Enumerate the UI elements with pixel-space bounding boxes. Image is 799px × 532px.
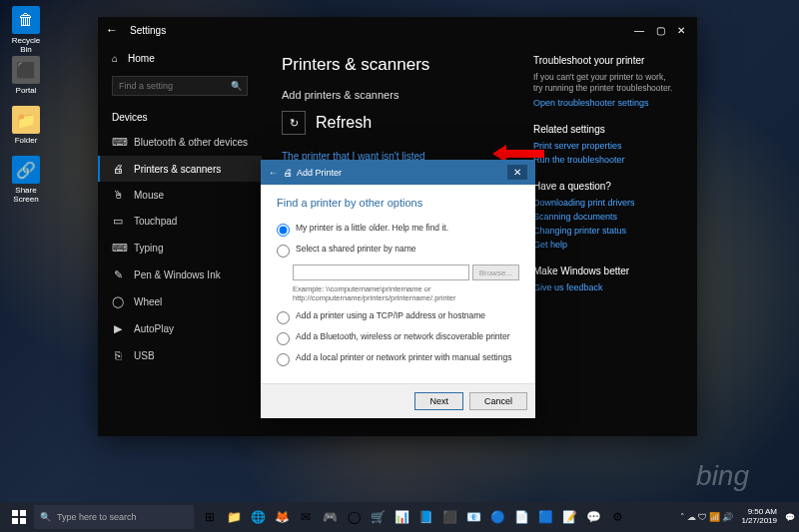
taskbar-apps: ⊞ 📁 🌐 🦊 ✉ 🎮 ◯ 🛒 📊 📘 ⬛ 📧 🔵 📄 🟦 📝 💬 ⚙: [198, 502, 629, 532]
pen-icon: ✎: [112, 268, 124, 281]
desktop-icon-share[interactable]: 🔗Share Screen: [6, 156, 46, 204]
tray-icon[interactable]: 🔊: [722, 512, 733, 522]
related-link-1[interactable]: Print server properties: [533, 141, 677, 151]
app-icon[interactable]: 📁: [222, 502, 246, 532]
page-title: Printers & scanners: [282, 55, 519, 75]
search-icon: 🔍: [231, 81, 242, 91]
back-arrow-icon[interactable]: ←: [269, 168, 278, 178]
svg-rect-2: [20, 510, 26, 516]
sidebar-item-autoplay[interactable]: ▶AutoPlay: [98, 315, 262, 342]
window-title: Settings: [130, 25, 166, 36]
radio-local[interactable]: [277, 353, 290, 366]
option-bluetooth[interactable]: Add a Bluetooth, wireless or network dis…: [277, 331, 519, 345]
sidebar-item-touchpad[interactable]: ▭Touchpad: [98, 208, 262, 235]
home-icon: ⌂: [112, 53, 118, 64]
tray-icon[interactable]: 🛡: [698, 512, 707, 522]
radio-shared[interactable]: [277, 245, 290, 258]
taskbar-search[interactable]: 🔍 Type here to search: [34, 505, 194, 529]
windows-icon: [12, 510, 26, 524]
task-view-icon[interactable]: ⊞: [198, 502, 222, 532]
printer-icon: 🖨: [112, 163, 124, 175]
tray-icon[interactable]: ☁: [687, 512, 696, 522]
search-placeholder: Type here to search: [57, 512, 137, 522]
app-icon[interactable]: 🟦: [533, 502, 557, 532]
sidebar-item-typing[interactable]: ⌨Typing: [98, 235, 262, 262]
shared-printer-input[interactable]: [293, 265, 469, 280]
sidebar-section: Devices: [98, 106, 262, 129]
wheel-icon: ◯: [112, 295, 124, 308]
sidebar-item-mouse[interactable]: 🖱Mouse: [98, 182, 262, 208]
question-link-1[interactable]: Downloading print drivers: [533, 198, 677, 208]
titlebar: ← Settings — ▢ ✕: [98, 17, 697, 43]
refresh-label: Refresh: [316, 114, 372, 132]
usb-icon: ⎘: [112, 349, 124, 361]
sidebar-search[interactable]: 🔍: [112, 76, 248, 96]
start-button[interactable]: [4, 502, 34, 532]
svg-rect-1: [12, 510, 18, 516]
troubleshoot-text: If you can't get your printer to work, t…: [533, 72, 677, 94]
tray-icon[interactable]: 📶: [709, 512, 720, 522]
sidebar: ⌂ Home 🔍 Devices ⌨Bluetooth & other devi…: [98, 43, 262, 436]
sidebar-home[interactable]: ⌂ Home: [112, 47, 248, 70]
option-shared-printer[interactable]: Select a shared printer by name: [277, 244, 519, 258]
dialog-titlebar: ← 🖨 Add Printer ✕: [261, 160, 535, 185]
right-column: Troubleshoot your printer If you can't g…: [519, 55, 677, 424]
question-link-3[interactable]: Changing printer status: [533, 226, 677, 236]
app-icon[interactable]: 💬: [581, 502, 605, 532]
question-link-2[interactable]: Scanning documents: [533, 212, 677, 222]
question-link-4[interactable]: Get help: [533, 240, 677, 250]
browse-button[interactable]: Browse...: [472, 265, 519, 280]
back-button[interactable]: ←: [106, 23, 118, 37]
option-local[interactable]: Add a local printer or network printer w…: [277, 352, 519, 366]
feedback-link[interactable]: Give us feedback: [533, 282, 677, 292]
search-icon: 🔍: [40, 512, 51, 522]
better-heading: Make Windows better: [533, 266, 677, 276]
notifications-icon[interactable]: 💬: [785, 513, 795, 522]
sidebar-item-printers[interactable]: 🖨Printers & scanners: [98, 156, 262, 182]
dialog-title: Add Printer: [297, 168, 342, 178]
clock[interactable]: 9:50 AM 1/27/2019: [737, 508, 781, 526]
sidebar-item-usb[interactable]: ⎘USB: [98, 342, 262, 368]
app-icon[interactable]: 📧: [461, 502, 485, 532]
autoplay-icon: ▶: [112, 322, 124, 335]
svg-rect-4: [20, 518, 26, 524]
refresh-button[interactable]: ↻: [282, 111, 306, 135]
option-tcpip[interactable]: Add a printer using a TCP/IP address or …: [277, 310, 519, 324]
app-icon[interactable]: 📄: [509, 502, 533, 532]
related-link-2[interactable]: Run the troubleshooter: [533, 155, 677, 165]
printer-icon: 🖨: [284, 168, 293, 178]
app-icon[interactable]: 🌐: [246, 502, 270, 532]
app-icon[interactable]: ⚙: [605, 502, 629, 532]
app-icon[interactable]: ◯: [342, 502, 366, 532]
app-icon[interactable]: 🛒: [366, 502, 390, 532]
app-icon[interactable]: 📝: [557, 502, 581, 532]
close-button[interactable]: ✕: [677, 25, 685, 36]
app-icon[interactable]: 🎮: [318, 502, 342, 532]
app-icon[interactable]: 🦊: [270, 502, 294, 532]
add-printer-dialog: ← 🖨 Add Printer ✕ Find a printer by othe…: [261, 160, 535, 418]
cancel-button[interactable]: Cancel: [469, 392, 527, 410]
minimize-button[interactable]: —: [634, 25, 644, 36]
desktop-icon-folder[interactable]: 📁Folder: [6, 106, 46, 145]
sidebar-item-bluetooth[interactable]: ⌨Bluetooth & other devices: [98, 129, 262, 156]
app-icon[interactable]: 📊: [390, 502, 413, 532]
radio-older[interactable]: [277, 224, 290, 237]
radio-tcpip[interactable]: [277, 311, 290, 324]
sidebar-item-wheel[interactable]: ◯Wheel: [98, 288, 262, 315]
next-button[interactable]: Next: [414, 392, 463, 410]
sidebar-item-pen[interactable]: ✎Pen & Windows Ink: [98, 262, 262, 288]
radio-bluetooth[interactable]: [277, 332, 290, 345]
app-icon[interactable]: ✉: [294, 502, 318, 532]
dialog-close-button[interactable]: ✕: [507, 165, 527, 180]
desktop-icon-recycle[interactable]: 🗑Recycle Bin: [6, 6, 46, 54]
app-icon[interactable]: 🔵: [485, 502, 509, 532]
tray-icon[interactable]: ˄: [680, 512, 685, 522]
maximize-button[interactable]: ▢: [656, 25, 665, 36]
option-older-printer[interactable]: My printer is a little older. Help me fi…: [277, 223, 519, 237]
app-icon[interactable]: 📘: [413, 502, 437, 532]
search-input[interactable]: [119, 81, 231, 91]
desktop-icon-portal[interactable]: ⬛Portal: [6, 56, 46, 95]
troubleshoot-link[interactable]: Open troubleshooter settings: [533, 98, 677, 108]
example-text: Example: \\computername\printername or h…: [293, 284, 519, 302]
app-icon[interactable]: ⬛: [437, 502, 461, 532]
